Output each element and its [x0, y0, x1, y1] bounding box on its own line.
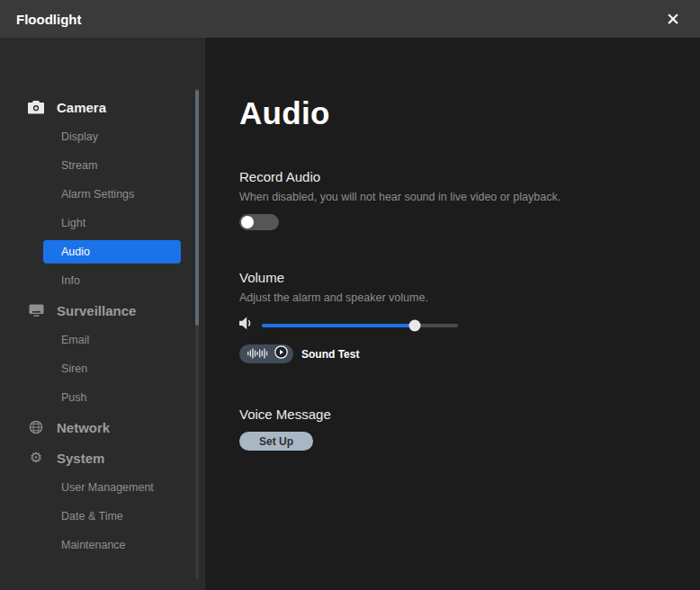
volume-slider[interactable] [262, 324, 458, 327]
sidebar-item-label: Light [43, 211, 181, 235]
sidebar-item-push[interactable]: Push [0, 383, 205, 412]
sidebar-scrollbar-thumb[interactable] [195, 90, 199, 326]
volume-description: Adjust the alarm and speaker volume. [239, 291, 700, 304]
sidebar-item-label: Date & Time [43, 505, 181, 528]
volume-label: Volume [239, 270, 700, 285]
camera-icon [27, 101, 45, 114]
globe-icon [27, 420, 45, 434]
sidebar-item-date-time[interactable]: Date & Time [0, 502, 205, 531]
sidebar-section-surveillance[interactable]: Surveillance [0, 295, 205, 326]
sidebar-section-system[interactable]: ⚙ System [0, 442, 205, 473]
sidebar-item-info[interactable]: Info [0, 266, 205, 295]
speaker-icon [239, 317, 254, 334]
sidebar-item-maintenance[interactable]: Maintenance [0, 531, 205, 559]
record-audio-description: When disabled, you will not hear sound i… [239, 191, 700, 203]
window-title: Floodlight [16, 12, 81, 27]
close-icon[interactable]: ✕ [662, 8, 684, 30]
sidebar-section-network[interactable]: Network [0, 412, 205, 442]
sidebar-item-label: Alarm Settings [43, 183, 181, 206]
voice-message-setup-button[interactable]: Set Up [239, 432, 313, 451]
sidebar-item-label: Siren [43, 357, 181, 380]
sidebar-section-label: Camera [57, 100, 106, 115]
monitor-icon [27, 304, 45, 317]
sidebar-item-email[interactable]: Email [0, 326, 205, 354]
sidebar-item-label: Push [43, 386, 181, 409]
titlebar: Floodlight ✕ [0, 0, 700, 38]
sidebar-item-light[interactable]: Light [0, 209, 205, 237]
sidebar-item-user-management[interactable]: User Management [0, 473, 205, 502]
waveform-icon [247, 346, 268, 362]
sidebar-item-label: Stream [43, 154, 181, 177]
sidebar-section-camera[interactable]: Camera [0, 92, 205, 122]
record-audio-toggle[interactable] [239, 214, 279, 230]
audio-settings-panel: Audio Record Audio When disabled, you wi… [205, 38, 700, 590]
sidebar-item-stream[interactable]: Stream [0, 151, 205, 180]
gear-icon: ⚙ [27, 451, 45, 465]
play-icon [274, 345, 288, 362]
sidebar-item-alarm-settings[interactable]: Alarm Settings [0, 180, 205, 209]
sound-test-button[interactable] [239, 344, 293, 363]
settings-sidebar: Camera Display Stream Alarm Settings Lig… [0, 38, 205, 590]
volume-section: Volume Adjust the alarm and speaker volu… [239, 270, 700, 363]
record-audio-label: Record Audio [239, 169, 700, 184]
sidebar-item-label: Audio [43, 240, 181, 264]
sidebar-item-siren[interactable]: Siren [0, 354, 205, 383]
sidebar-item-label: Display [43, 125, 181, 148]
record-audio-section: Record Audio When disabled, you will not… [239, 169, 700, 230]
sidebar-section-label: Surveillance [57, 303, 136, 318]
toggle-knob [241, 216, 254, 228]
volume-slider-handle[interactable] [409, 319, 421, 331]
volume-slider-fill [262, 324, 415, 327]
sidebar-item-label: Maintenance [43, 533, 181, 557]
voice-message-section: Voice Message Set Up [239, 407, 700, 451]
sidebar-section-label: System [57, 451, 104, 466]
sidebar-item-label: Info [43, 269, 181, 292]
sidebar-item-label: User Management [43, 476, 181, 499]
sidebar-item-label: Email [43, 328, 181, 352]
voice-message-label: Voice Message [239, 407, 700, 422]
page-title: Audio [239, 95, 700, 131]
sidebar-section-label: Network [57, 420, 110, 435]
sound-test-label: Sound Test [301, 348, 359, 361]
sidebar-item-display[interactable]: Display [0, 122, 205, 151]
sidebar-item-audio[interactable]: Audio [0, 237, 205, 266]
